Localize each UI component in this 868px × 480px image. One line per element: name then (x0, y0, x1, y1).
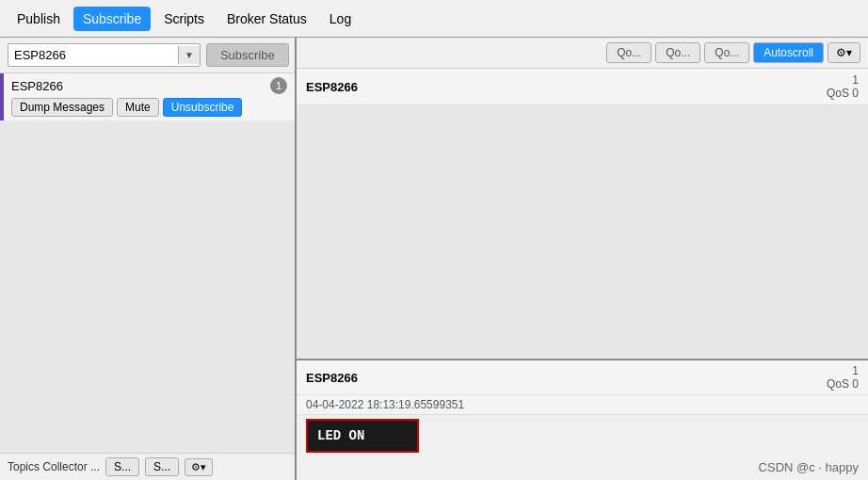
subscription-name: ESP8266 (11, 79, 63, 93)
right-settings-button[interactable]: ⚙▾ (828, 42, 860, 63)
subscription-header: ESP8266 1 (11, 77, 287, 94)
message-area: ESP8266 1 QoS 0 ESP8266 1 QoS 0 (297, 69, 868, 480)
top-message-area: ESP8266 1 QoS 0 (297, 69, 868, 359)
dump-messages-button[interactable]: Dump Messages (11, 98, 113, 117)
top-message-topic: ESP8266 (306, 80, 358, 94)
unsubscribe-button[interactable]: Unsubscribe (163, 98, 243, 117)
right-toolbar: Qo... Qo... Qo... Autoscroll ⚙▾ (297, 38, 868, 69)
bottom-message-count: 1 (827, 364, 859, 377)
subscription-item: ESP8266 1 Dump Messages Mute Unsubscribe (0, 73, 295, 120)
top-messages-empty (297, 105, 868, 359)
topic-dropdown-arrow[interactable]: ▼ (178, 46, 200, 64)
qos-btn-1[interactable]: Qo... (606, 42, 651, 63)
main-layout: ▼ Subscribe ESP8266 1 Dump Messages Mute… (0, 38, 868, 480)
watermark: CSDN @c · happy (297, 456, 868, 480)
left-bottom-bar: Topics Collector ... S... S... ⚙▾ (0, 453, 295, 480)
nav-log[interactable]: Log (320, 7, 361, 31)
nav-scripts[interactable]: Scripts (154, 7, 214, 31)
qos-btn-3[interactable]: Qo... (704, 42, 749, 63)
message-content-text: LED ON (317, 428, 364, 443)
left-content-area (0, 120, 295, 453)
top-message-qos: QoS 0 (827, 87, 859, 100)
subscription-actions: Dump Messages Mute Unsubscribe (11, 98, 287, 117)
bottom-message-topic: ESP8266 (306, 371, 358, 385)
qos-btn-2[interactable]: Qo... (655, 42, 700, 63)
top-message-meta: 1 QoS 0 (827, 73, 859, 100)
left-panel: ▼ Subscribe ESP8266 1 Dump Messages Mute… (0, 38, 297, 480)
left-bottom-btn-1[interactable]: S... (105, 457, 139, 476)
topic-input[interactable] (8, 44, 178, 66)
bottom-message-area: ESP8266 1 QoS 0 04-04-2022 18:13:19.6559… (297, 359, 868, 480)
bottom-message-meta: 1 QoS 0 (827, 364, 859, 391)
subscription-badge: 1 (270, 77, 287, 94)
left-bottom-gear[interactable]: ⚙▾ (185, 458, 213, 476)
bottom-msg-header: ESP8266 1 QoS 0 (297, 360, 868, 395)
message-content-wrapper: LED ON (297, 415, 868, 456)
timestamp-row: 04-04-2022 18:13:19.65599351 (297, 395, 868, 415)
message-timestamp: 04-04-2022 18:13:19.65599351 (306, 398, 464, 411)
message-content-block: LED ON (306, 419, 419, 453)
bottom-message-qos: QoS 0 (827, 377, 859, 391)
topic-input-wrapper: ▼ (8, 43, 201, 67)
nav-broker-status[interactable]: Broker Status (217, 7, 316, 31)
top-msg-header-row: ESP8266 1 QoS 0 (297, 69, 868, 105)
left-bottom-btn-2[interactable]: S... (145, 457, 179, 476)
mute-button[interactable]: Mute (117, 98, 159, 117)
autoscroll-button[interactable]: Autoscroll (753, 42, 824, 63)
topics-collector-label: Topics Collector ... (8, 460, 100, 473)
subscribe-button[interactable]: Subscribe (206, 43, 289, 67)
nav-bar: Publish Subscribe Scripts Broker Status … (0, 0, 868, 38)
subscribe-bar: ▼ Subscribe (0, 38, 295, 73)
nav-subscribe[interactable]: Subscribe (73, 7, 151, 31)
right-panel: Qo... Qo... Qo... Autoscroll ⚙▾ ESP8266 … (297, 38, 868, 480)
top-message-count: 1 (827, 73, 859, 87)
nav-publish[interactable]: Publish (8, 7, 70, 31)
